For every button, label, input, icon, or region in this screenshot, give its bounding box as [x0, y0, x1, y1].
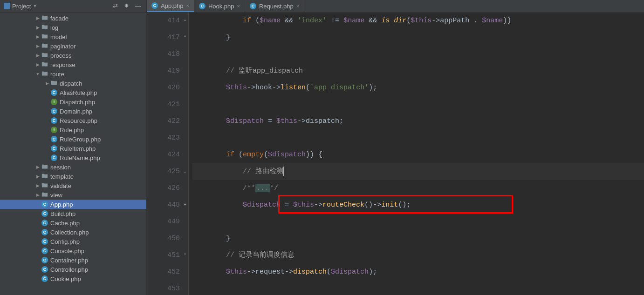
- code-line[interactable]: // 记录当前调度信息: [192, 247, 644, 264]
- tree-item-aliasrule-php[interactable]: ▶CAliasRule.php: [0, 88, 146, 97]
- code-line[interactable]: if ($name && 'index' != $name && is_dir(…: [192, 13, 644, 29]
- tree-item-build-php[interactable]: ▶CBuild.php: [0, 209, 146, 218]
- class-file-icon: C: [41, 229, 48, 235]
- gear-icon[interactable]: ✷: [124, 2, 131, 10]
- tree-item-domain-php[interactable]: ▶CDomain.php: [0, 107, 146, 116]
- tree-arrow-icon[interactable]: ▶: [35, 25, 41, 30]
- code-line[interactable]: [192, 46, 644, 63]
- fold-marker-icon[interactable]: +: [182, 202, 188, 208]
- settings-toggle-icon[interactable]: ⇄: [113, 2, 120, 10]
- tree-item-process[interactable]: ▶process: [0, 51, 146, 60]
- tree-item-label: response: [50, 61, 75, 68]
- editor-tabs: CApp.php×CHook.php×CRequest.php×: [147, 0, 644, 13]
- tree-item-label: Console.php: [50, 248, 84, 255]
- tree-item-paginator[interactable]: ▶paginator: [0, 41, 146, 51]
- tree-item-cache-php[interactable]: ▶CCache.php: [0, 218, 146, 228]
- tree-item-label: Build.php: [50, 210, 75, 217]
- line-number: 422: [147, 113, 180, 130]
- code-line[interactable]: if (empty($dispatch)) {: [192, 147, 644, 163]
- tree-item-validate[interactable]: ▶validate: [0, 181, 146, 190]
- tree-item-console-php[interactable]: ▶CConsole.php: [0, 246, 146, 255]
- line-gutter: +⌃⌄+⌃ 4144174184194204214224234244254264…: [147, 13, 189, 295]
- fold-marker-icon[interactable]: ⌃: [182, 35, 188, 40]
- tree-arrow-icon[interactable]: ▶: [35, 183, 41, 188]
- class-file-icon: C: [41, 201, 48, 208]
- code-line[interactable]: }: [192, 29, 644, 46]
- tree-item-label: route: [50, 71, 64, 78]
- tree-item-response[interactable]: ▶response: [0, 60, 146, 69]
- tree-item-label: Dispatch.php: [60, 99, 95, 106]
- tab-app-php[interactable]: CApp.php×: [147, 0, 194, 12]
- tree-arrow-icon[interactable]: ▶: [35, 174, 41, 179]
- tree-item-label: RuleName.php: [60, 154, 100, 161]
- tree-arrow-icon[interactable]: ▶: [35, 34, 41, 40]
- tree-item-model[interactable]: ▶model: [0, 32, 146, 41]
- tree-item-rulegroup-php[interactable]: ▶CRuleGroup.php: [0, 134, 146, 144]
- code-line[interactable]: [192, 214, 644, 230]
- line-number: 452: [147, 264, 180, 281]
- project-tree[interactable]: ▶facade▶log▶model▶paginator▶process▶resp…: [0, 13, 146, 295]
- tree-item-config-php[interactable]: ▶CConfig.php: [0, 237, 146, 246]
- tree-item-controller-php[interactable]: ▶CController.php: [0, 265, 146, 274]
- tree-item-collection-php[interactable]: ▶CCollection.php: [0, 228, 146, 237]
- tree-item-dispatch-php[interactable]: ▶IDispatch.php: [0, 97, 146, 107]
- line-number: 414: [147, 13, 180, 29]
- tree-arrow-icon[interactable]: ▼: [35, 71, 41, 77]
- code-line[interactable]: $this->hook->listen('app_dispatch');: [192, 80, 644, 96]
- fold-marker-icon[interactable]: +: [182, 18, 188, 24]
- close-icon[interactable]: ×: [237, 3, 240, 9]
- tree-item-cookie-php[interactable]: ▶CCookie.php: [0, 274, 146, 283]
- tree-arrow-icon[interactable]: ▶: [35, 15, 41, 21]
- project-label-text: Project: [12, 3, 31, 10]
- tree-arrow-icon[interactable]: ▶: [35, 192, 41, 198]
- class-file-icon: C: [41, 257, 48, 263]
- class-file-icon: C: [51, 154, 57, 161]
- tree-item-resource-php[interactable]: ▶CResource.php: [0, 116, 146, 125]
- tree-arrow-icon[interactable]: ▶: [44, 80, 50, 86]
- close-icon[interactable]: ×: [296, 3, 299, 9]
- close-icon[interactable]: ×: [186, 3, 189, 8]
- tree-item-label: Resource.php: [60, 117, 97, 124]
- line-number: 453: [147, 281, 180, 295]
- tree-item-label: facade: [50, 15, 69, 22]
- tree-arrow-icon[interactable]: ▶: [35, 53, 41, 58]
- code-line[interactable]: // 监听app_dispatch: [192, 63, 644, 80]
- class-file-icon: C: [250, 3, 256, 9]
- fold-marker-icon[interactable]: ⌃: [182, 253, 188, 258]
- tree-item-ruleitem-php[interactable]: ▶CRuleItem.php: [0, 144, 146, 153]
- tree-item-rule-php[interactable]: ▶IRule.php: [0, 125, 146, 134]
- folder-icon: [41, 33, 50, 41]
- code-line[interactable]: [192, 96, 644, 113]
- code-line[interactable]: /**...*/: [192, 180, 644, 197]
- tree-item-rulename-php[interactable]: ▶CRuleName.php: [0, 153, 146, 162]
- tab-hook-php[interactable]: CHook.php×: [194, 0, 245, 12]
- tree-item-container-php[interactable]: ▶CContainer.php: [0, 255, 146, 265]
- collapse-icon[interactable]: —: [135, 2, 143, 10]
- code-line[interactable]: }: [192, 230, 644, 247]
- code-line[interactable]: // 路由检测: [192, 163, 644, 180]
- code-line[interactable]: $dispatch = $this->dispatch;: [192, 113, 644, 130]
- tree-arrow-icon[interactable]: ▶: [35, 43, 41, 49]
- tree-item-template[interactable]: ▶template: [0, 172, 146, 181]
- tree-item-facade[interactable]: ▶facade: [0, 13, 146, 23]
- tree-arrow-icon[interactable]: ▶: [35, 164, 41, 170]
- class-file-icon: C: [51, 136, 57, 142]
- tree-item-view[interactable]: ▶view: [0, 190, 146, 200]
- code-line[interactable]: [192, 281, 644, 295]
- tree-item-app-php[interactable]: ▶CApp.php: [0, 200, 146, 209]
- tree-item-session[interactable]: ▶session: [0, 162, 146, 172]
- code-line[interactable]: [192, 130, 644, 147]
- code-editor[interactable]: +⌃⌄+⌃ 4144174184194204214224234244254264…: [147, 13, 644, 295]
- tree-arrow-icon[interactable]: ▶: [35, 62, 41, 67]
- fold-marker-icon[interactable]: ⌄: [182, 169, 188, 174]
- tree-item-dispatch[interactable]: ▶dispatch: [0, 79, 146, 88]
- code-line[interactable]: $this->request->dispatch($dispatch);: [192, 264, 644, 281]
- class-file-icon: C: [41, 275, 48, 282]
- tree-item-route[interactable]: ▼route: [0, 69, 146, 79]
- tree-item-log[interactable]: ▶log: [0, 23, 146, 32]
- tab-request-php[interactable]: CRequest.php×: [245, 0, 304, 12]
- project-dropdown[interactable]: Project ▼: [4, 3, 37, 10]
- folder-icon: [41, 163, 50, 171]
- code-content[interactable]: if ($name && 'index' != $name && is_dir(…: [189, 13, 644, 295]
- code-line[interactable]: $dispatch = $this->routeCheck()->init();: [192, 197, 644, 214]
